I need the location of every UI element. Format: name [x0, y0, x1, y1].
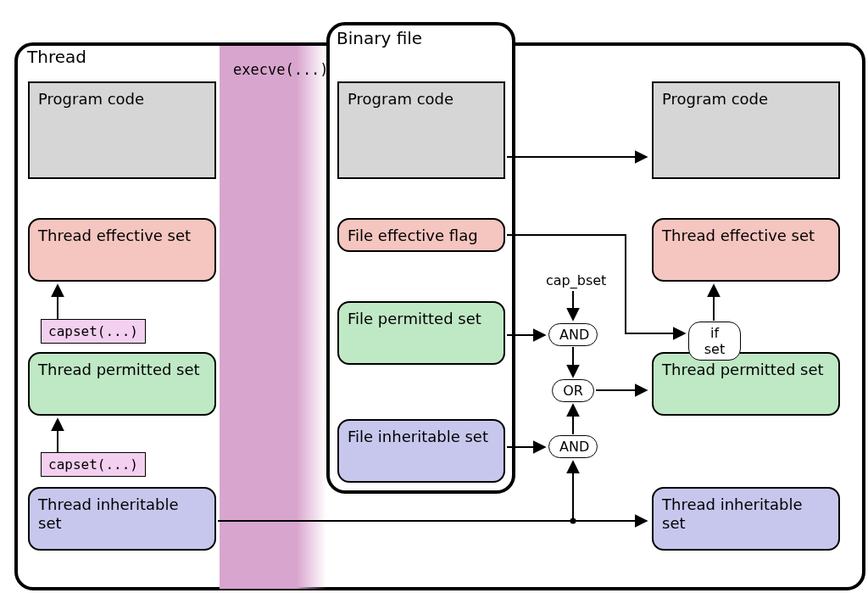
thread-permitted-set-left: Thread permitted set — [28, 352, 216, 416]
op-and-top: AND — [548, 323, 598, 346]
thread-panel-title: Thread — [27, 47, 86, 67]
binary-panel-title: Binary file — [337, 28, 422, 48]
cap-bset-label: cap_bset — [546, 272, 606, 288]
thread-program-code-left: Program code — [28, 81, 216, 179]
thread-permitted-set-right: Thread permitted set — [652, 352, 840, 416]
capset-label-2: capset(...) — [41, 452, 146, 477]
op-or: OR — [552, 379, 594, 402]
diagram-stage: Thread Binary file execve(...) Program c… — [0, 0, 868, 593]
execve-strip — [220, 46, 326, 589]
op-if-set: if set — [688, 322, 741, 361]
thread-inheritable-set-right: Thread inheritable set — [652, 487, 840, 551]
file-permitted-set: File permitted set — [337, 301, 505, 365]
execve-label: execve(...) — [233, 61, 329, 78]
thread-inheritable-set-left: Thread inheritable set — [28, 487, 216, 551]
thread-effective-set-left: Thread effective set — [28, 218, 216, 282]
binary-program-code: Program code — [337, 81, 505, 179]
op-and-bottom: AND — [548, 435, 598, 458]
file-effective-flag: File effective flag — [337, 218, 505, 252]
capset-label-1: capset(...) — [41, 319, 146, 344]
thread-program-code-right: Program code — [652, 81, 840, 179]
thread-effective-set-right: Thread effective set — [652, 218, 840, 282]
file-inheritable-set: File inheritable set — [337, 419, 505, 483]
